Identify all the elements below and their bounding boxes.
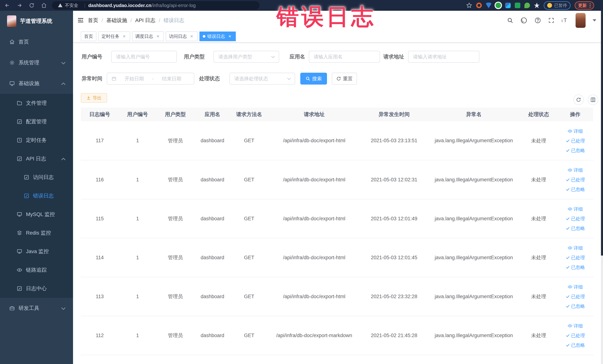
sidebar-item-14[interactable]: 研发工具 (0, 298, 73, 318)
exception-time-range-input[interactable]: 开始日期 - 结束日期 (107, 73, 194, 84)
ignored-link[interactable]: 已忽略 (557, 262, 593, 272)
sidebar-item-8[interactable]: 错误日志 (0, 187, 73, 205)
chevron-down-icon[interactable] (593, 19, 596, 22)
refresh-table-button[interactable] (573, 94, 584, 105)
check-icon (566, 343, 570, 347)
breadcrumb-item[interactable]: 基础设施 (106, 17, 127, 24)
scrollbar-thumb[interactable] (601, 11, 603, 256)
extension-icon-5[interactable] (515, 3, 520, 8)
app-name-input[interactable]: 请输入应用名 (309, 51, 380, 63)
cell-id: 112 (81, 316, 119, 355)
reload-icon[interactable] (29, 3, 35, 8)
sidebar-item-2[interactable]: 基础设施 (0, 73, 73, 94)
export-button[interactable]: 导出 (81, 93, 107, 103)
fullscreen-icon[interactable] (548, 17, 555, 23)
processed-link[interactable]: 已处理 (557, 292, 593, 301)
sidebar-item-9[interactable]: MySQL 监控 (0, 205, 73, 224)
tab-2[interactable]: 调度日志✕ (132, 32, 164, 41)
processed-link[interactable]: 已处理 (557, 175, 593, 185)
cell-method: GET (231, 238, 268, 277)
ignored-link[interactable]: 已忽略 (557, 146, 593, 155)
processed-link[interactable]: 已处理 (557, 214, 593, 223)
detail-link[interactable]: 详细 (557, 321, 593, 331)
back-icon[interactable] (4, 3, 10, 8)
column-settings-button[interactable] (588, 94, 598, 105)
sidebar-item-12[interactable]: 链路追踪 (0, 261, 73, 279)
help-icon[interactable] (534, 17, 541, 24)
reset-button[interactable]: 重置 (332, 73, 357, 84)
tab-3[interactable]: 访问日志✕ (166, 32, 197, 41)
extension-icon-1[interactable] (476, 3, 482, 8)
home-nav-icon[interactable] (41, 3, 47, 8)
sidebar-item-3[interactable]: 文件管理 (0, 94, 73, 112)
detail-link[interactable]: 详细 (557, 243, 593, 253)
close-icon[interactable]: ✕ (189, 34, 194, 39)
processed-link[interactable]: 已处理 (557, 136, 593, 146)
user-type-select[interactable]: 请选择用户类型 (214, 51, 279, 63)
browser-menu-icon[interactable] (590, 3, 591, 8)
logo-image (7, 15, 16, 27)
cell-time: 2021-05-03 12:02:31 (361, 160, 428, 199)
download-icon (86, 96, 91, 100)
cell-status: 未处理 (520, 160, 557, 199)
cell-user_id: 1 (119, 277, 156, 316)
github-icon[interactable] (520, 17, 527, 24)
detail-link[interactable]: 详细 (557, 165, 593, 175)
cell-actions: 详细已处理已忽略 (557, 238, 593, 277)
scrollbar[interactable] (601, 11, 603, 364)
bookmark-star-icon[interactable] (466, 2, 472, 8)
user-id-input[interactable]: 请输入用户编号 (111, 51, 177, 63)
processed-link[interactable]: 已处理 (557, 253, 593, 262)
detail-link[interactable]: 详细 (557, 204, 593, 214)
close-icon[interactable]: ✕ (227, 34, 232, 39)
cell-time: 2021-05-03 23:13:51 (361, 121, 428, 160)
extension-icon-6[interactable] (524, 3, 530, 8)
tab-0[interactable]: 首页 (81, 32, 96, 41)
detail-link[interactable]: 详细 (557, 282, 593, 292)
search-button[interactable]: 搜索 (300, 73, 327, 84)
extension-icon-4[interactable] (505, 3, 511, 8)
sidebar-item-11[interactable]: Java 监控 (0, 242, 73, 261)
close-icon[interactable]: ✕ (155, 34, 161, 39)
sidebar-item-10[interactable]: Redis 监控 (0, 224, 73, 242)
update-button[interactable]: 更新 (575, 1, 594, 10)
ignored-link[interactable]: 已忽略 (557, 340, 593, 350)
detail-link[interactable]: 详细 (557, 126, 593, 136)
paused-profile-chip[interactable]: 已暂停 (544, 1, 570, 10)
breadcrumb-item[interactable]: API 日志 (135, 17, 156, 24)
sidebar-item-6[interactable]: API 日志 (0, 150, 73, 168)
address-bar[interactable]: 不安全 | dashboard.yudao.iocoder.cn/infra/l… (52, 1, 259, 10)
close-icon[interactable]: ✕ (122, 34, 127, 39)
search-icon (305, 76, 310, 81)
ignored-link[interactable]: 已忽略 (557, 223, 593, 233)
forward-icon[interactable] (17, 3, 22, 8)
sidebar-item-0[interactable]: 首页 (0, 32, 73, 52)
breadcrumb-item[interactable]: 首页 (88, 17, 98, 24)
sidebar-item-7[interactable]: 访问日志 (0, 168, 73, 187)
sidebar-item-5[interactable]: 定时任务 (0, 131, 73, 150)
hamburger-icon[interactable] (78, 17, 84, 23)
font-size-icon[interactable]: tT (561, 17, 568, 23)
ignored-link[interactable]: 已忽略 (557, 185, 593, 194)
cell-time: 2021-05-03 12:01:45 (361, 238, 428, 277)
extension-icon-7[interactable] (534, 3, 540, 8)
infra-icon (9, 81, 15, 86)
sidebar-item-13[interactable]: 日志中心 (0, 279, 73, 298)
avatar[interactable] (576, 13, 586, 28)
sidebar-item-1[interactable]: 系统管理 (0, 52, 73, 73)
cell-url: /api/infra/db-doc/export-markdown (268, 316, 361, 355)
ignored-link[interactable]: 已忽略 (557, 301, 593, 311)
cell-status: 未处理 (520, 199, 557, 238)
cell-status: 未处理 (520, 121, 557, 160)
process-status-select[interactable]: 请选择处理状态 (230, 73, 295, 84)
extension-icon-3[interactable] (496, 3, 501, 8)
cell-exception: java.lang.IllegalArgumentException (428, 121, 520, 160)
sidebar-item-4[interactable]: 配置管理 (0, 112, 73, 131)
search-icon[interactable] (507, 17, 513, 23)
processed-link[interactable]: 已处理 (557, 331, 593, 340)
tab-4[interactable]: 错误日志✕ (199, 32, 236, 41)
logo[interactable]: 芋道管理系统 (0, 11, 73, 32)
tab-1[interactable]: 定时任务✕ (98, 32, 130, 41)
extension-icon-2[interactable] (486, 3, 491, 8)
request-url-input[interactable]: 请输入请求地址 (408, 51, 479, 63)
